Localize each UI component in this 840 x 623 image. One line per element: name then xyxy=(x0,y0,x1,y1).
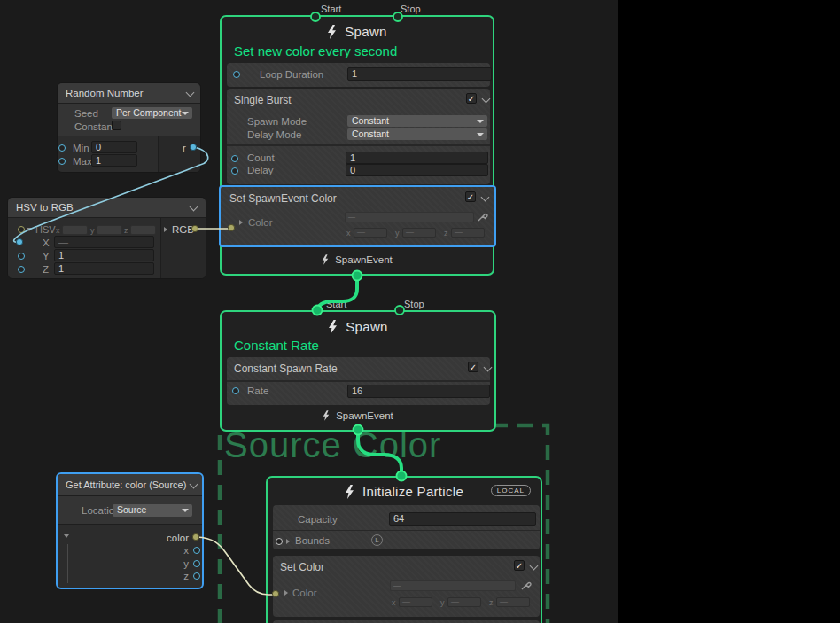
rate-port[interactable] xyxy=(232,387,239,394)
capacity-label: Capacity xyxy=(298,514,338,525)
x-output-port[interactable] xyxy=(193,547,200,554)
x-input-field[interactable]: — xyxy=(54,236,154,248)
color-swatch-field[interactable]: — xyxy=(345,212,474,222)
get-attribute-title: Get Attribute: color (Source) xyxy=(66,479,186,490)
bounds-port[interactable] xyxy=(276,538,283,545)
init-color-z-label: z xyxy=(489,598,494,607)
rgb-expand-icon[interactable] xyxy=(164,227,167,232)
z-output-port[interactable] xyxy=(193,572,200,580)
context-spawn-1[interactable]: Start Stop Spawn Set new color every sec… xyxy=(220,15,494,276)
context-spawn-2[interactable]: Start Stop Spawn Constant Rate Constant … xyxy=(220,310,496,432)
node-hsv-to-rgb[interactable]: HSV to RGB HSV x — y — z — X — Y 1 Z 1 R… xyxy=(7,197,206,279)
constant-spawn-rate-title: Constant Spawn Rate xyxy=(234,362,338,375)
bounds-l-icon[interactable]: L xyxy=(371,534,383,546)
eyedropper-icon[interactable] xyxy=(521,579,533,590)
z-input-field[interactable]: 1 xyxy=(54,262,154,275)
spawn-mode-value: Constant xyxy=(352,115,389,126)
block-divider xyxy=(227,144,490,146)
constant-spawn-rate-block[interactable]: Constant Spawn Rate ✓ Rate 16 xyxy=(227,357,490,405)
delay-label: Delay xyxy=(247,165,273,175)
set-spawnevent-color-block[interactable]: Set SpawnEvent Color ✓ Color — x — y — z… xyxy=(219,185,496,247)
single-burst-title: Single Burst xyxy=(234,94,292,106)
location-dropdown[interactable]: Source xyxy=(113,504,192,517)
y-output-port[interactable] xyxy=(193,560,200,567)
y-input-field[interactable]: 1 xyxy=(54,249,154,261)
hsv-x-field: — xyxy=(62,225,88,235)
set-color-checkbox[interactable]: ✓ xyxy=(514,560,525,571)
collapse-chevron-icon[interactable] xyxy=(186,89,195,97)
location-value: Source xyxy=(117,504,146,515)
hsv-y-label: y xyxy=(90,226,95,235)
local-space-badge[interactable]: LOCAL xyxy=(491,485,531,496)
eyedropper-icon[interactable] xyxy=(478,210,489,222)
init-color-y-field: — xyxy=(447,597,481,607)
seed-dropdown[interactable]: Per Component xyxy=(112,107,192,119)
rate-field[interactable]: 16 xyxy=(347,385,490,398)
set-color-chevron-icon[interactable] xyxy=(530,562,539,571)
loop-duration-port[interactable] xyxy=(233,71,240,78)
loop-duration-block[interactable]: Loop Duration 1 xyxy=(227,63,490,87)
hsv-z-label: z xyxy=(124,226,128,235)
constant-checkbox[interactable] xyxy=(112,121,121,130)
count-label: Count xyxy=(247,152,275,163)
node-random-number[interactable]: Random Number Seed Per Component Constan… xyxy=(57,82,201,173)
spawn1-note[interactable]: Set new color every second xyxy=(234,43,397,58)
color-expand-icon[interactable] xyxy=(239,220,243,225)
collapse-chevron-icon[interactable] xyxy=(190,480,198,489)
min-port[interactable] xyxy=(58,144,66,152)
single-burst-chevron-icon[interactable] xyxy=(482,95,491,104)
delay-field[interactable]: 0 xyxy=(346,164,488,176)
spawn2-note[interactable]: Constant Rate xyxy=(234,338,319,353)
max-port[interactable] xyxy=(58,158,66,165)
z-input-port[interactable] xyxy=(18,266,25,273)
capacity-bounds-block[interactable]: Capacity 64 Bounds L xyxy=(273,505,540,549)
single-burst-enabled-checkbox[interactable]: ✓ xyxy=(466,93,477,104)
node-get-attribute[interactable]: Get Attribute: color (Source) Location S… xyxy=(56,472,204,589)
outputs-expand-icon[interactable] xyxy=(64,534,69,538)
vfx-graph-canvas[interactable]: Source Color Random Number Seed Per Comp… xyxy=(0,0,840,623)
stop-flow-label: Stop xyxy=(401,4,421,14)
spawn2-footer: SpawnEvent xyxy=(222,410,494,421)
capacity-field[interactable]: 64 xyxy=(389,512,536,526)
hsv-port[interactable] xyxy=(18,226,25,233)
hsv-x-label: x xyxy=(56,226,60,235)
loop-duration-label: Loop Duration xyxy=(260,69,323,80)
y-input-port[interactable] xyxy=(18,253,25,260)
loop-duration-field[interactable]: 1 xyxy=(347,67,492,81)
bounds-label: Bounds xyxy=(295,535,330,546)
max-label: Max xyxy=(73,156,92,167)
count-field[interactable]: 1 xyxy=(346,152,488,164)
hsv-to-rgb-header[interactable]: HSV to RGB xyxy=(8,198,206,218)
set-color-block[interactable]: Set Color ✓ Color — x — y — z — xyxy=(273,556,540,617)
init-color-swatch-field[interactable]: — xyxy=(390,580,516,591)
min-field[interactable]: 0 xyxy=(91,141,137,153)
collapse-chevron-icon[interactable] xyxy=(190,203,198,212)
context-initialize-particle[interactable]: Initialize Particle LOCAL Capacity 64 Bo… xyxy=(266,476,542,623)
count-port[interactable] xyxy=(231,155,238,162)
max-field[interactable]: 1 xyxy=(91,154,137,167)
set-spawnevent-color-checkbox[interactable]: ✓ xyxy=(465,191,476,202)
delay-mode-label: Delay Mode xyxy=(247,129,301,140)
color-expand-icon[interactable] xyxy=(284,590,288,596)
init-color-x-label: x xyxy=(392,598,396,607)
get-attribute-settings: Location Source xyxy=(58,496,202,525)
seed-value: Per Component xyxy=(116,107,182,118)
color-y-label: y xyxy=(395,229,400,238)
set-spawnevent-color-chevron-icon[interactable] xyxy=(481,193,490,202)
init-color-x-field: — xyxy=(399,597,432,607)
color-y-field: — xyxy=(402,228,436,238)
bounds-expand-icon[interactable] xyxy=(286,539,290,544)
random-number-output-column xyxy=(158,136,200,172)
delay-mode-dropdown[interactable]: Constant xyxy=(347,128,487,140)
spawn-mode-dropdown[interactable]: Constant xyxy=(347,115,487,127)
constant-spawn-rate-checkbox[interactable]: ✓ xyxy=(468,362,478,372)
random-number-header[interactable]: Random Number xyxy=(58,83,200,104)
r-output-label: r xyxy=(183,143,186,153)
hsv-expand-icon[interactable] xyxy=(27,228,32,231)
color-output-label: color xyxy=(153,533,189,543)
constant-spawn-rate-chevron-icon[interactable] xyxy=(484,363,493,372)
single-burst-block[interactable]: Single Burst ✓ Spawn Mode Constant Delay… xyxy=(227,89,490,184)
delay-port[interactable] xyxy=(231,167,238,175)
get-attribute-header[interactable]: Get Attribute: color (Source) xyxy=(58,474,202,496)
random-number-settings: Seed Per Component Constant xyxy=(58,104,200,136)
